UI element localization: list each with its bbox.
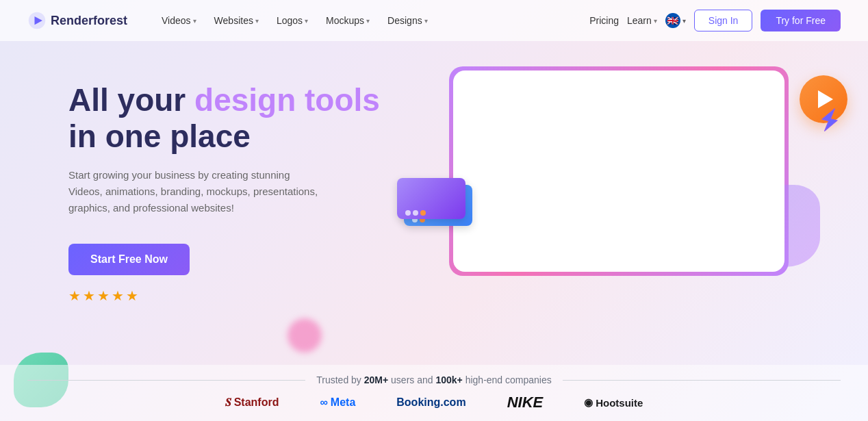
logo-icon	[27, 11, 47, 30]
trust-line-left	[27, 380, 305, 381]
chevron-down-icon: ▾	[305, 17, 308, 25]
flag-icon: 🇬🇧	[665, 13, 680, 28]
decorative-blob-pink	[288, 318, 322, 353]
star-1: ★	[68, 288, 81, 304]
hero-title: All your design tools in one place	[68, 82, 411, 155]
trust-divider: Trusted by 20M+ users and 100k+ high-end…	[27, 374, 841, 385]
users-count: 20M+	[364, 374, 388, 385]
hero-section: All your design tools in one place Start…	[0, 41, 868, 421]
chevron-down-icon: ▾	[682, 17, 686, 25]
nav-menu: Videos ▾ Websites ▾ Logos ▾ Mockups ▾ De…	[155, 11, 589, 30]
hero-preview	[411, 68, 827, 274]
signin-button[interactable]: Sign In	[694, 10, 753, 31]
trust-logos: 𝑺 Stanford ∞ Meta Booking.com NIKE ◉ Hoo…	[27, 394, 841, 411]
trust-text: Trusted by 20M+ users and 100k+ high-end…	[305, 374, 563, 385]
star-rating: ★ ★ ★ ★ ★	[68, 288, 411, 304]
trust-logo-booking: Booking.com	[396, 396, 465, 409]
trust-line-right	[563, 380, 841, 381]
logo-link[interactable]: Renderforest	[27, 11, 127, 30]
star-2: ★	[83, 288, 95, 304]
nav-right: Pricing Learn ▾ 🇬🇧 ▾ Sign In Try for Fre…	[589, 10, 841, 31]
tryfree-button[interactable]: Try for Free	[761, 10, 841, 31]
hero-subtitle: Start growing your business by creating …	[68, 167, 322, 216]
chevron-down-icon: ▾	[366, 17, 370, 25]
trust-bar: Trusted by 20M+ users and 100k+ high-end…	[0, 365, 868, 421]
language-selector[interactable]: 🇬🇧 ▾	[665, 13, 686, 28]
start-free-button[interactable]: Start Free Now	[68, 244, 190, 275]
star-4: ★	[112, 288, 124, 304]
nav-designs[interactable]: Designs ▾	[381, 11, 435, 30]
nav-videos[interactable]: Videos ▾	[155, 11, 203, 30]
trust-logo-nike: NIKE	[507, 394, 544, 411]
nav-pricing[interactable]: Pricing	[589, 15, 619, 26]
companies-count: 100k+	[435, 374, 462, 385]
dot-indicator	[405, 210, 411, 216]
floating-cards	[397, 178, 479, 233]
preview-card-inner	[453, 71, 784, 272]
chevron-down-icon: ▾	[424, 17, 428, 25]
chevron-down-icon: ▾	[255, 17, 259, 25]
nav-logos[interactable]: Logos ▾	[270, 11, 315, 30]
navbar: Renderforest Videos ▾ Websites ▾ Logos ▾…	[0, 0, 868, 41]
hero-content: All your design tools in one place Start…	[68, 68, 411, 304]
trust-logo-stanford: 𝑺 Stanford	[225, 396, 279, 409]
dot-indicator	[420, 210, 426, 216]
preview-card	[451, 68, 787, 274]
star-5: ★	[126, 288, 138, 304]
trust-logo-hootsuite: ◉ Hootsuite	[584, 396, 643, 409]
nav-learn[interactable]: Learn ▾	[627, 15, 657, 26]
logo-text: Renderforest	[51, 14, 127, 28]
dot-indicator	[413, 210, 418, 216]
chevron-down-icon: ▾	[654, 17, 657, 25]
trust-logo-meta: ∞ Meta	[320, 396, 355, 409]
nav-websites[interactable]: Websites ▾	[207, 11, 266, 30]
nav-mockups[interactable]: Mockups ▾	[319, 11, 376, 30]
star-3: ★	[97, 288, 110, 304]
chevron-down-icon: ▾	[193, 17, 196, 25]
card-stack-front	[397, 178, 465, 219]
